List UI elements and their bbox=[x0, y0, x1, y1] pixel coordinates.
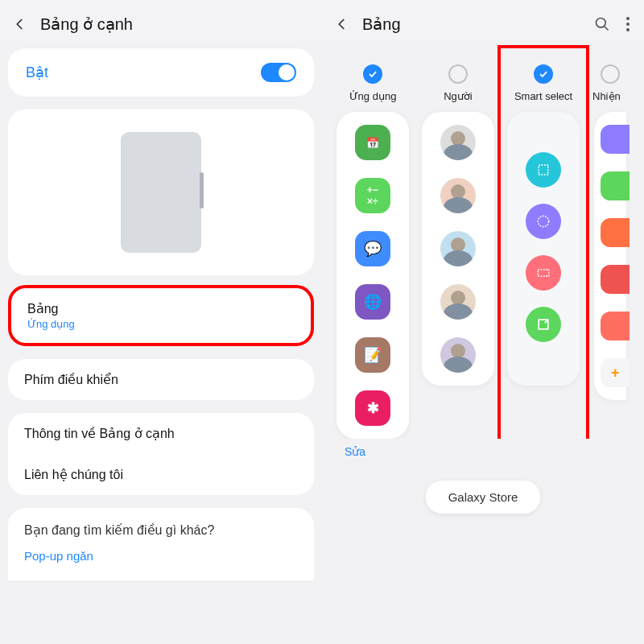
people-strip bbox=[422, 112, 494, 386]
checkbox-on-icon[interactable] bbox=[534, 64, 553, 84]
panel-tasks[interactable]: Nhiện + bbox=[586, 50, 627, 439]
header: Bảng bbox=[322, 0, 644, 42]
page-title: Bảng ở cạnh bbox=[40, 14, 133, 34]
footer-question: Bạn đang tìm kiếm điều gì khác? bbox=[24, 522, 298, 538]
settings-edge-panel-screen: Bảng ở cạnh Bật Bảng Ứng dụng Phím điều … bbox=[0, 0, 322, 644]
checkbox-off-icon[interactable] bbox=[601, 64, 620, 84]
ruler-icon bbox=[601, 312, 630, 341]
phone-icon bbox=[601, 171, 630, 200]
footer-card: Bạn đang tìm kiếm điều gì khác? Pop-up n… bbox=[8, 508, 314, 580]
calculator-icon: +−×÷ bbox=[355, 178, 390, 213]
rectangle-select-icon bbox=[526, 152, 561, 188]
toggle-label: Bật bbox=[26, 64, 48, 81]
avatar-icon bbox=[440, 337, 476, 373]
mic-icon bbox=[601, 265, 630, 294]
menu-panels-title: Bảng bbox=[27, 301, 295, 316]
avatar-icon bbox=[440, 284, 476, 320]
footer-link[interactable]: Pop-up ngăn bbox=[24, 549, 298, 563]
edit-link[interactable]: Sửa bbox=[345, 445, 644, 458]
page-title: Bảng bbox=[362, 14, 401, 34]
svg-point-3 bbox=[538, 216, 548, 226]
pin-select-icon bbox=[526, 307, 561, 342]
svg-rect-2 bbox=[539, 165, 548, 175]
back-icon[interactable] bbox=[11, 15, 29, 33]
panels-row: Ứng dụng 📅 +−×÷ 💬 🌐 📝 ✱ Người bbox=[322, 42, 644, 439]
panel-apps-label: Ứng dụng bbox=[349, 90, 397, 102]
panel-apps[interactable]: Ứng dụng 📅 +−×÷ 💬 🌐 📝 ✱ bbox=[330, 50, 415, 439]
apps-strip: 📅 +−×÷ 💬 🌐 📝 ✱ bbox=[336, 112, 409, 439]
search-icon[interactable] bbox=[594, 16, 610, 32]
checkbox-on-icon[interactable] bbox=[363, 64, 382, 84]
clipboard-icon bbox=[601, 125, 630, 154]
toggle-card: Bật bbox=[8, 48, 314, 97]
gif-select-icon bbox=[526, 255, 561, 291]
oval-select-icon bbox=[526, 204, 561, 239]
master-toggle-row[interactable]: Bật bbox=[8, 48, 314, 97]
add-icon: + bbox=[601, 358, 630, 387]
svg-line-1 bbox=[605, 27, 609, 31]
avatar-icon bbox=[440, 231, 476, 266]
panel-tasks-label: Nhiện bbox=[592, 90, 621, 102]
menu-item-panels[interactable]: Bảng Ứng dụng bbox=[8, 285, 314, 346]
galaxy-store-button[interactable]: Galaxy Store bbox=[426, 481, 541, 514]
preview-card bbox=[8, 109, 314, 275]
svg-rect-4 bbox=[538, 270, 548, 276]
back-icon[interactable] bbox=[333, 15, 351, 33]
menu-item-about[interactable]: Thông tin về Bảng ở cạnh bbox=[8, 413, 314, 454]
internet-icon: 🌐 bbox=[355, 284, 390, 320]
panel-people-label: Người bbox=[444, 90, 473, 102]
panel-smart-select[interactable]: Smart select bbox=[501, 50, 586, 439]
svg-point-0 bbox=[597, 19, 606, 28]
toggle-switch-on[interactable] bbox=[261, 63, 296, 82]
notes-icon: 📝 bbox=[355, 337, 390, 373]
smartselect-strip bbox=[507, 112, 580, 386]
menu-panels-subtitle: Ứng dụng bbox=[27, 318, 295, 330]
panel-smartselect-label: Smart select bbox=[514, 90, 572, 102]
panels-selection-screen: Bảng Ứng dụng 📅 +−×÷ 💬 🌐 📝 ✱ Người bbox=[322, 0, 644, 644]
checkbox-off-icon[interactable] bbox=[448, 64, 468, 84]
panel-people[interactable]: Người bbox=[415, 50, 501, 439]
phone-preview-icon bbox=[121, 132, 201, 253]
compass-icon bbox=[601, 218, 630, 247]
menu-item-contact[interactable]: Liên hệ chúng tôi bbox=[8, 454, 314, 495]
tasks-strip: + bbox=[594, 112, 626, 400]
gallery-icon: ✱ bbox=[355, 390, 390, 426]
header: Bảng ở cạnh bbox=[0, 0, 322, 42]
avatar-icon bbox=[440, 178, 476, 213]
avatar-icon bbox=[440, 125, 476, 160]
more-icon[interactable] bbox=[626, 17, 630, 31]
messages-icon: 💬 bbox=[355, 231, 390, 266]
calendar-icon: 📅 bbox=[355, 125, 390, 160]
menu-item-control[interactable]: Phím điều khiển bbox=[8, 359, 314, 400]
